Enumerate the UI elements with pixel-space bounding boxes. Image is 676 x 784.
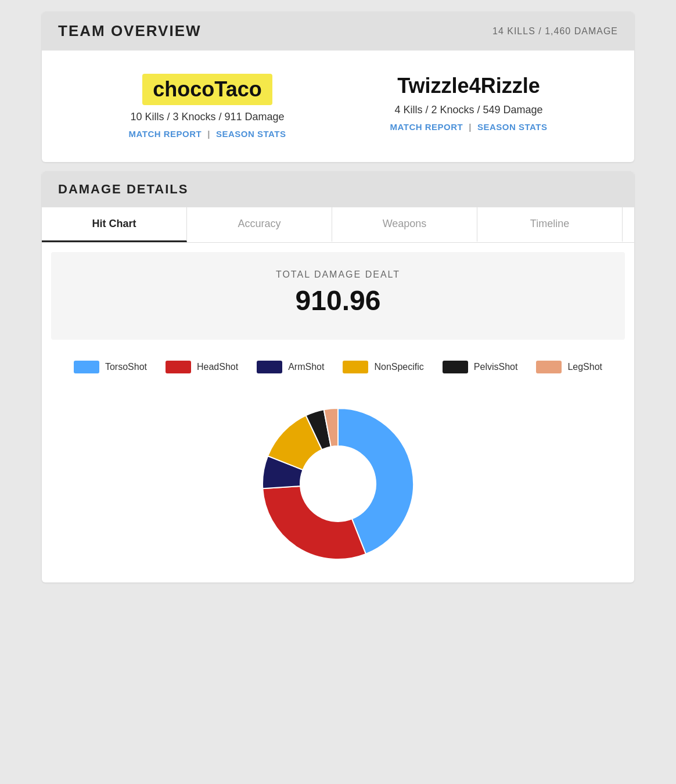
tab-timeline[interactable]: Timeline: [477, 207, 623, 242]
legend-label-armshot: ArmShot: [288, 362, 324, 372]
player-stats-1: 10 Kills / 3 Knocks / 911 Damage: [130, 111, 284, 123]
tabs-row: Hit Chart Accuracy Weapons Timeline: [42, 207, 634, 243]
team-overview-title: TEAM OVERVIEW: [58, 22, 202, 40]
legend-item-pelvisshot: PelvisShot: [443, 361, 518, 373]
legend-color-headshot: [166, 361, 191, 373]
player-match-report-1[interactable]: MATCH REPORT: [129, 129, 202, 139]
separator-2: |: [469, 122, 472, 132]
legend-color-pelvisshot: [443, 361, 468, 373]
legend-label-pelvisshot: PelvisShot: [474, 362, 518, 372]
team-overview-card: TEAM OVERVIEW 14 KILLS / 1,460 DAMAGE ch…: [42, 12, 634, 162]
player-links-1: MATCH REPORT | SEASON STATS: [129, 129, 286, 139]
player-season-stats-2[interactable]: SEASON STATS: [477, 122, 547, 132]
tab-accuracy[interactable]: Accuracy: [187, 207, 332, 242]
main-container: TEAM OVERVIEW 14 KILLS / 1,460 DAMAGE ch…: [42, 12, 634, 582]
damage-details-card: DAMAGE DETAILS Hit Chart Accuracy Weapon…: [42, 171, 634, 582]
player-name-1: chocoTaco: [142, 74, 272, 105]
legend-item-legshot: LegShot: [536, 361, 602, 373]
separator-1: |: [207, 129, 210, 139]
legend-item-headshot: HeadShot: [166, 361, 238, 373]
legend-color-armshot: [257, 361, 282, 373]
legend-item-armshot: ArmShot: [257, 361, 324, 373]
player-card-1: chocoTaco 10 Kills / 3 Knocks / 911 Dama…: [129, 74, 286, 139]
total-damage-label: TOTAL DAMAGE DEALT: [63, 269, 613, 280]
tab-hit-chart[interactable]: Hit Chart: [42, 207, 187, 242]
player-match-report-2[interactable]: MATCH REPORT: [390, 122, 463, 132]
tab-content: TOTAL DAMAGE DEALT 910.96: [51, 252, 625, 340]
tab-weapons[interactable]: Weapons: [332, 207, 477, 242]
team-overview-stats: 14 KILLS / 1,460 DAMAGE: [492, 26, 618, 37]
damage-details-title: DAMAGE DETAILS: [58, 182, 188, 196]
legend-item-nonspecific: NonSpecific: [343, 361, 423, 373]
donut-chart: [245, 391, 431, 577]
legend-color-legshot: [536, 361, 562, 373]
legend-label-nonspecific: NonSpecific: [374, 362, 423, 372]
damage-details-header: DAMAGE DETAILS: [42, 171, 634, 207]
donut-chart-container: [42, 379, 634, 582]
legend-label-torsoshot: TorsoShot: [105, 362, 147, 372]
legend-label-headshot: HeadShot: [197, 362, 238, 372]
player-name-2: Twizzle4Rizzle: [397, 74, 540, 98]
legend-label-legshot: LegShot: [567, 362, 602, 372]
player-stats-2: 4 Kills / 2 Knocks / 549 Damage: [394, 104, 542, 116]
legend-color-nonspecific: [343, 361, 368, 373]
players-row: chocoTaco 10 Kills / 3 Knocks / 911 Dama…: [42, 51, 634, 162]
donut-center: [301, 447, 375, 520]
legend-color-torsoshot: [74, 361, 99, 373]
legend-item-torsoshot: TorsoShot: [74, 361, 147, 373]
total-damage-value: 910.96: [63, 285, 613, 317]
team-overview-header: TEAM OVERVIEW 14 KILLS / 1,460 DAMAGE: [42, 12, 634, 51]
player-links-2: MATCH REPORT | SEASON STATS: [390, 122, 548, 132]
hit-chart-legend: TorsoShotHeadShotArmShotNonSpecificPelvi…: [42, 349, 634, 379]
player-card-2: Twizzle4Rizzle 4 Kills / 2 Knocks / 549 …: [390, 74, 548, 139]
player-season-stats-1[interactable]: SEASON STATS: [216, 129, 286, 139]
